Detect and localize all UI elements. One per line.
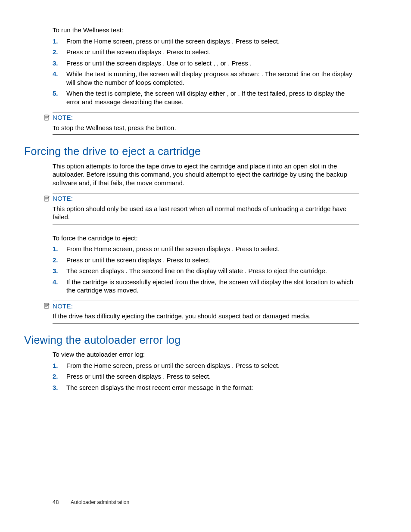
list-item: When the test is complete, the screen wi… bbox=[53, 89, 359, 106]
svg-rect-1 bbox=[44, 196, 49, 201]
note-body: This option should only be used as a las… bbox=[53, 205, 359, 221]
svg-rect-2 bbox=[44, 303, 49, 308]
list-item: Press or until the screen displays . Use… bbox=[53, 59, 359, 68]
chapter-title: Autoloader administration bbox=[71, 499, 129, 505]
divider bbox=[53, 193, 359, 193]
note-header: NOTE: bbox=[43, 302, 359, 311]
list-item: The screen displays the most recent erro… bbox=[53, 383, 359, 392]
list-item: If the cartridge is successfully ejected… bbox=[53, 278, 359, 295]
wellness-steps: From the Home screen, press or until the… bbox=[53, 37, 359, 106]
note-block: NOTE: If the drive has difficulty ejecti… bbox=[43, 301, 359, 324]
note-icon bbox=[43, 302, 51, 310]
list-item: Press or until the screen displays . Pre… bbox=[53, 372, 359, 381]
note-block: NOTE: This option should only be used as… bbox=[43, 193, 359, 224]
note-icon bbox=[43, 195, 51, 202]
divider bbox=[53, 224, 359, 224]
section-heading-error-log: Viewing the autoloader error log bbox=[24, 333, 359, 347]
list-item: While the test is running, the screen wi… bbox=[53, 70, 359, 87]
list-item: Press or until the screen displays . Pre… bbox=[53, 48, 359, 56]
note-body: If the drive has difficulty ejecting the… bbox=[53, 312, 359, 320]
list-item: From the Home screen, press or until the… bbox=[53, 37, 359, 46]
note-label: NOTE: bbox=[53, 113, 73, 122]
note-label: NOTE: bbox=[53, 194, 73, 203]
note-block: NOTE: To stop the Wellness test, press t… bbox=[43, 112, 359, 135]
divider bbox=[53, 134, 359, 135]
list-item: From the Home screen, press or until the… bbox=[53, 245, 359, 253]
forcing-steps: From the Home screen, press or until the… bbox=[53, 245, 359, 295]
divider bbox=[53, 112, 359, 112]
note-label: NOTE: bbox=[53, 302, 73, 311]
list-item: From the Home screen, press or until the… bbox=[53, 361, 359, 370]
list-item: The screen displays . The second line on… bbox=[53, 267, 359, 275]
section-heading-forcing-eject: Forcing the drive to eject a cartridge bbox=[24, 144, 359, 159]
errorlog-intro: To view the autoloader error log: bbox=[53, 350, 359, 359]
note-body: To stop the Wellness test, press the but… bbox=[53, 124, 359, 132]
document-page: To run the Wellness test: From the Home … bbox=[0, 0, 411, 532]
page-number: 48 bbox=[53, 499, 59, 505]
list-item: Press or until the screen displays . Pre… bbox=[53, 256, 359, 264]
page-footer: 48 Autoloader administration bbox=[53, 499, 129, 506]
forcing-body: This option attempts to force the tape d… bbox=[53, 162, 359, 187]
forcing-intro: To force the cartridge to eject: bbox=[53, 234, 359, 243]
note-header: NOTE: bbox=[43, 113, 359, 122]
wellness-intro: To run the Wellness test: bbox=[53, 26, 359, 34]
errorlog-steps: From the Home screen, press or until the… bbox=[53, 361, 359, 392]
divider bbox=[53, 301, 359, 301]
note-header: NOTE: bbox=[43, 194, 359, 203]
svg-rect-0 bbox=[44, 115, 49, 120]
note-icon bbox=[43, 114, 51, 121]
divider bbox=[53, 323, 359, 324]
